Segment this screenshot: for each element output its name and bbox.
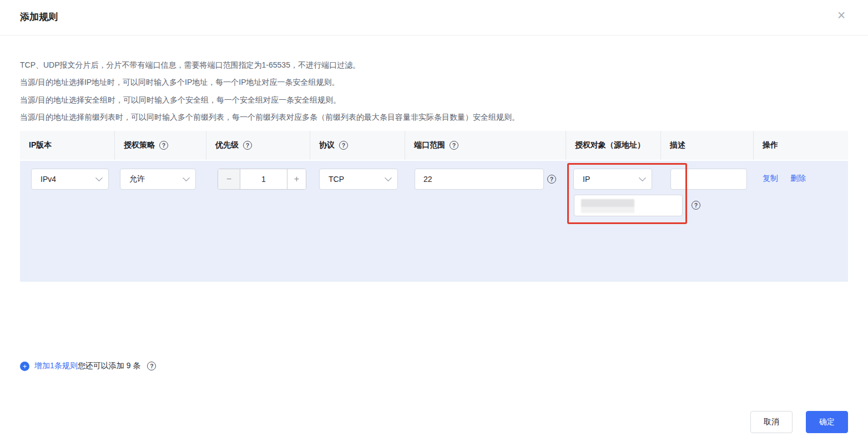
description-block: TCP、UDP报文分片后，分片不带有端口信息，需要将端口范围指定为1-65535… [20, 57, 848, 126]
auth-object-value-input[interactable] [574, 195, 683, 216]
add-rule-link[interactable]: 增加1条规则 [34, 361, 78, 371]
help-icon[interactable]: ? [243, 141, 252, 150]
redacted-value [581, 199, 634, 213]
priority-stepper: − 1 + [218, 169, 306, 190]
help-icon[interactable]: ? [159, 141, 168, 150]
confirm-button[interactable]: 确定 [806, 411, 848, 433]
description-line: TCP、UDP报文分片后，分片不带有端口信息，需要将端口范围指定为1-65535… [20, 57, 848, 74]
chevron-down-icon [385, 174, 392, 181]
remaining-count-text: 您还可以添加 9 条 [78, 361, 141, 371]
column-header-ip-version: IP版本 [20, 131, 114, 160]
page-title: 添加规则 [20, 11, 58, 23]
close-icon[interactable]: × [834, 7, 849, 23]
description-line: 当源/目的地址选择安全组时，可以同时输入多个安全组，每一个安全组对应一条安全组规… [20, 92, 848, 109]
chevron-down-icon [639, 174, 646, 181]
help-icon[interactable]: ? [147, 362, 156, 370]
stepper-minus-button[interactable]: − [218, 169, 240, 189]
policy-select[interactable]: 允许 [120, 169, 196, 190]
column-header-description: 描述 [660, 131, 753, 160]
plus-circle-icon[interactable]: + [20, 362, 29, 371]
add-rule-row: + 增加1条规则 您还可以添加 9 条 ? [20, 360, 156, 372]
column-header-priority: 优先级 ? [206, 131, 310, 160]
help-icon[interactable]: ? [450, 141, 458, 150]
add-rule-dialog: 添加规则 × TCP、UDP报文分片后，分片不带有端口信息，需要将端口范围指定为… [0, 0, 868, 442]
auth-object-type-select[interactable]: IP [573, 169, 652, 190]
priority-value[interactable]: 1 [240, 169, 287, 189]
column-header-protocol: 协议 ? [310, 131, 405, 160]
stepper-plus-button[interactable]: + [287, 169, 306, 189]
cancel-button[interactable]: 取消 [750, 411, 793, 433]
description-line: 当源/目的地址选择IP地址时，可以同时输入多个IP地址，每一个IP地址对应一条安… [20, 74, 848, 91]
delete-rule-link[interactable]: 删除 [790, 174, 806, 184]
help-icon[interactable]: ? [547, 175, 556, 184]
table-row: IPv4 允许 − 1 + TCP ? IP [20, 161, 848, 282]
column-header-policy: 授权策略 ? [114, 131, 206, 160]
help-icon[interactable]: ? [692, 201, 700, 210]
column-header-port-range: 端口范围 ? [405, 131, 566, 160]
ip-version-select[interactable]: IPv4 [31, 169, 109, 190]
table-header-row: IP版本 授权策略 ? 优先级 ? 协议 ? 端口范围 ? 授权对象（源地址） [20, 131, 848, 160]
help-icon[interactable]: ? [339, 141, 348, 150]
rules-table: IP版本 授权策略 ? 优先级 ? 协议 ? 端口范围 ? 授权对象（源地址） [20, 131, 848, 282]
description-line: 当源/目的地址选择前缀列表时，可以同时输入多个前缀列表，每一个前缀列表对应多条（… [20, 109, 848, 126]
chevron-down-icon [183, 174, 190, 181]
column-header-auth-object: 授权对象（源地址） [566, 131, 660, 160]
copy-rule-link[interactable]: 复制 [763, 174, 778, 184]
port-range-input[interactable] [415, 169, 544, 190]
chevron-down-icon [95, 174, 103, 181]
description-input[interactable] [670, 169, 747, 190]
column-header-actions: 操作 [753, 131, 848, 160]
dialog-header: 添加规则 × [0, 0, 868, 35]
protocol-select[interactable]: TCP [319, 169, 398, 190]
